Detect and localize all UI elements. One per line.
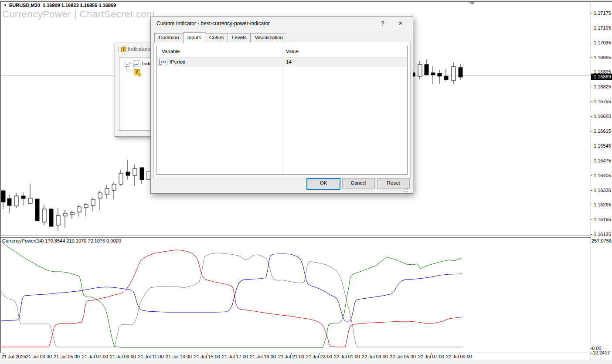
tab-visualization[interactable]: Visualization (250, 33, 287, 42)
candle (452, 62, 456, 84)
price-axis-label: 1.16825 (594, 84, 611, 89)
indicator-values-label: CurrencyPower(14) 170.8544 210.1070 72.1… (2, 238, 121, 243)
candle (77, 205, 81, 216)
price-axis-tick (591, 175, 592, 176)
candle (119, 170, 123, 186)
candle (21, 192, 25, 206)
tab-levels[interactable]: Levels (228, 33, 251, 42)
price-axis-tick (591, 161, 592, 161)
price-axis-label: 1.16475 (594, 158, 611, 163)
price-axis-tick (591, 28, 592, 28)
symbol-label: EURUSD,M30 (9, 3, 40, 8)
candle (7, 195, 11, 213)
indicators-list-icon: ± f (119, 46, 126, 52)
ok-button[interactable]: OK (306, 178, 340, 190)
tab-inputs[interactable]: Inputs (183, 32, 205, 43)
current-price-label: 1.16869 (591, 74, 612, 80)
candle (42, 205, 46, 225)
green-line (1, 241, 462, 347)
numeric-parameter-icon: 123 (159, 59, 167, 65)
time-axis-label: 21 Jul 03:00 (26, 354, 52, 359)
tab-colors[interactable]: Colors (205, 33, 228, 42)
candle (14, 193, 18, 208)
candle (98, 191, 102, 210)
reset-button[interactable]: Reset (377, 178, 410, 189)
candle (1, 189, 5, 209)
price-axis-tick (591, 57, 592, 58)
chart-shift-marker-icon[interactable] (469, 2, 475, 5)
price-axis-label: 1.16615 (594, 128, 611, 134)
dialog-tabs: CommonInputsColorsLevelsVisualization (154, 32, 287, 42)
price-axis-label: -12.2417 (591, 350, 610, 355)
candle (49, 208, 53, 227)
blue-line (1, 254, 462, 321)
price-axis-tick (591, 131, 592, 131)
tab-common[interactable]: Common (154, 33, 184, 42)
ohlc-values: 1.16909 1.16923 1.16855 1.16869 (43, 3, 116, 8)
watermark-text: CurrencyPower | ChartSecret.com (2, 9, 155, 20)
help-icon[interactable]: ? (378, 19, 388, 28)
symbol-ohlc-bar: ▼EURUSD,M30 1.16909 1.16923 1.16855 1.16… (3, 3, 116, 8)
candle (112, 182, 116, 199)
price-axis-tick (591, 190, 592, 191)
candle (63, 210, 67, 228)
time-axis-label: 21 Jul 19:00 (250, 354, 276, 359)
candle (140, 168, 144, 184)
time-axis-label: 22 Jul 01:00 (334, 354, 360, 359)
indicators-window-title: Indicators (128, 46, 150, 52)
price-axis-tick (591, 87, 592, 87)
price-axis-tick (591, 205, 592, 205)
time-axis-label: 21 Jul 15:00 (194, 354, 220, 359)
parameter-value[interactable]: 14 (286, 59, 292, 64)
dialog-titlebar[interactable]: Custom Indicator - best-currency-power-i… (151, 17, 413, 30)
price-axis-tick (591, 116, 592, 117)
candle (56, 208, 60, 231)
price-axis-label: 1.16195 (594, 217, 611, 222)
price-axis-label: 1.16545 (594, 143, 611, 148)
price-scale[interactable]: 1.16869 1.171751.171051.170351.169651.16… (591, 0, 612, 360)
time-axis-label: 21 Jul 23:00 (306, 354, 332, 359)
price-axis-label: 1.16405 (594, 173, 611, 178)
header-value: Value (286, 49, 299, 54)
resize-grip-icon[interactable] (407, 188, 408, 189)
time-axis-label: 21 Jul 13:00 (166, 354, 192, 359)
candle (28, 184, 32, 204)
chevron-down-icon[interactable]: ▼ (3, 3, 7, 7)
price-axis-label: 1.17035 (594, 40, 611, 45)
time-axis-label: 22 Jul 05:00 (390, 354, 416, 359)
time-axis-label: 21 Jul 05:00 (54, 354, 80, 359)
custom-indicator-fx-icon[interactable]: f (134, 69, 140, 75)
candle (35, 199, 39, 221)
inputs-table: Variable Value 123 IPeriod 14 (156, 46, 408, 175)
time-axis-label: 22 Jul 09:00 (446, 354, 472, 359)
price-axis-label: 1.16965 (594, 55, 611, 60)
price-axis-label: 1.16265 (594, 202, 611, 207)
inputs-tab-page: Variable Value 123 IPeriod 14 (153, 42, 411, 178)
time-axis-label: 22 Jul 07:00 (418, 354, 444, 359)
price-axis-label: 1.16685 (594, 114, 611, 119)
candle (425, 60, 428, 75)
price-axis-tick (591, 146, 592, 146)
table-header: Variable Value (156, 46, 407, 57)
time-axis-label: 21 Jul 11:00 (138, 354, 163, 359)
time-axis-label: 21 Jul 17:00 (222, 354, 248, 359)
header-variable: Variable (162, 49, 180, 54)
table-row[interactable]: 123 IPeriod 14 (156, 57, 407, 67)
time-scale[interactable]: 21 Jul 202521 Jul 03:0021 Jul 05:0021 Ju… (0, 354, 591, 360)
price-axis-label: 1.17175 (594, 10, 611, 16)
price-axis-tick (591, 72, 592, 72)
candle (105, 185, 109, 199)
red-line (1, 250, 462, 347)
price-axis-label: 257.0756 (592, 238, 612, 243)
candle (418, 61, 422, 79)
close-icon[interactable]: ✕ (395, 19, 406, 28)
cancel-button[interactable]: Cancel (342, 178, 375, 189)
time-axis-label: 22 Jul 03:00 (362, 354, 388, 359)
price-axis-tick (591, 43, 592, 43)
time-axis-label: 21 Jul 21:00 (278, 354, 304, 359)
price-axis-tick (591, 13, 592, 13)
candle (91, 197, 95, 211)
price-axis-tick (591, 234, 592, 235)
candle (431, 66, 435, 84)
tree-connector (129, 64, 133, 64)
